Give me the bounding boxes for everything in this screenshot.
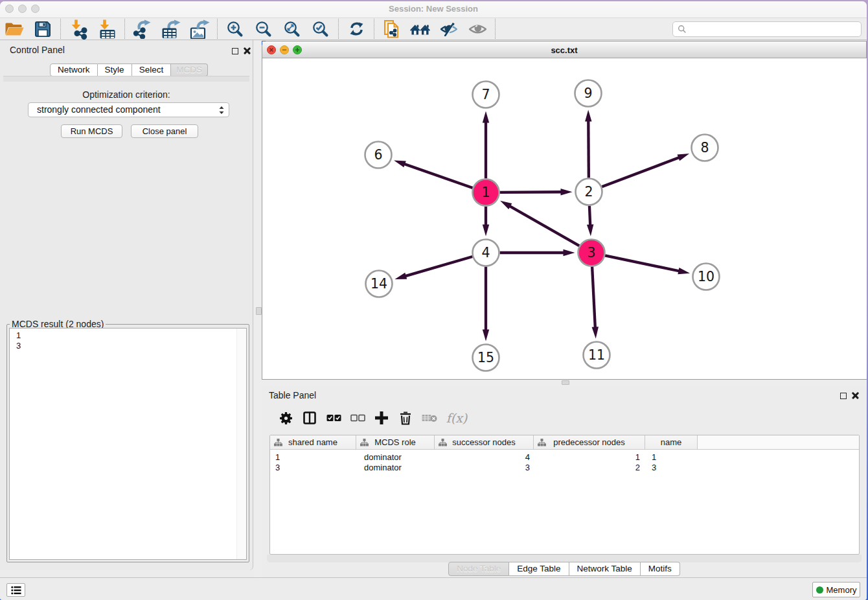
search-icon xyxy=(678,25,687,34)
settings-gear-button[interactable] xyxy=(278,410,293,426)
tab-network-table[interactable]: Network Table xyxy=(569,562,641,576)
zoom-selected-icon xyxy=(312,20,330,38)
tab-style[interactable]: Style xyxy=(98,63,132,76)
show-selected-button[interactable] xyxy=(463,18,492,40)
function-builder-button[interactable]: f(x) xyxy=(446,410,468,426)
zoom-in-icon xyxy=(226,20,244,38)
select-all-button[interactable] xyxy=(326,410,341,426)
search-box[interactable] xyxy=(672,21,862,37)
network-frame-titlebar[interactable]: scc.txt xyxy=(262,41,866,58)
zoom-out-button[interactable] xyxy=(249,18,278,40)
import-network-button[interactable] xyxy=(64,18,93,40)
deselect-all-icon xyxy=(350,414,365,422)
gear-icon xyxy=(279,411,293,425)
splitter-handle[interactable] xyxy=(562,380,569,385)
export-image-button[interactable] xyxy=(185,18,214,40)
graph-node-1[interactable]: 1 xyxy=(473,179,499,206)
table-row[interactable]: 1dominator411 xyxy=(270,452,859,463)
vertical-splitter[interactable] xyxy=(254,40,262,577)
graph-edge[interactable] xyxy=(483,267,489,341)
graph-node-10[interactable]: 10 xyxy=(693,264,720,290)
tab-network[interactable]: Network xyxy=(50,63,98,76)
hide-selected-button[interactable] xyxy=(435,18,463,40)
deselect-all-button[interactable] xyxy=(350,410,365,426)
graph-node-14[interactable]: 14 xyxy=(366,271,393,297)
column-header-MCDS-role[interactable]: MCDS role xyxy=(356,435,435,450)
graph-edge[interactable] xyxy=(499,189,572,195)
graph-edge[interactable] xyxy=(587,205,593,236)
graph-node-15[interactable]: 15 xyxy=(473,345,499,371)
graph-node-4[interactable]: 4 xyxy=(473,240,499,266)
graph-edge[interactable] xyxy=(394,257,472,279)
criterion-dropdown[interactable]: strongly connected component xyxy=(28,102,229,117)
svg-text:10: 10 xyxy=(698,269,714,284)
graph-edge[interactable] xyxy=(500,201,579,246)
tab-mcds[interactable]: MCDS xyxy=(171,63,208,76)
open-folder-button[interactable] xyxy=(0,18,29,40)
close-panel-icon[interactable] xyxy=(852,392,859,399)
graph-edge[interactable] xyxy=(602,154,689,187)
graph-edge[interactable] xyxy=(500,249,575,256)
search-input[interactable] xyxy=(687,25,861,34)
run-mcds-button[interactable]: Run MCDS xyxy=(61,124,122,138)
control-panel-title: Control Panel xyxy=(10,45,65,55)
column-header-predecessor-nodes[interactable]: predecessor nodes xyxy=(534,435,645,450)
network-canvas[interactable]: 7968124314101511 xyxy=(262,58,867,379)
svg-text:4: 4 xyxy=(481,245,490,260)
memory-button[interactable]: Memory xyxy=(812,582,860,597)
svg-text:11: 11 xyxy=(588,347,605,363)
graph-node-9[interactable]: 9 xyxy=(575,80,602,107)
zoom-in-button[interactable] xyxy=(221,18,249,40)
tab-motifs[interactable]: Motifs xyxy=(641,562,680,576)
graph-node-2[interactable]: 2 xyxy=(576,179,602,205)
graph-node-7[interactable]: 7 xyxy=(473,82,499,108)
column-header-shared-name[interactable]: shared name xyxy=(270,435,356,450)
select-all-icon xyxy=(326,414,341,422)
svg-text:1: 1 xyxy=(481,185,490,200)
svg-text:7: 7 xyxy=(481,87,490,102)
graph-node-3[interactable]: 3 xyxy=(578,240,605,266)
graph-node-6[interactable]: 6 xyxy=(365,142,392,168)
import-table-button[interactable] xyxy=(93,18,121,40)
column-header-name[interactable]: name xyxy=(645,435,698,450)
graph-edge[interactable] xyxy=(483,207,489,237)
table-row[interactable]: 3dominator323 xyxy=(270,463,859,473)
zoom-out-icon xyxy=(255,20,273,38)
tab-node-table[interactable]: Node Table xyxy=(448,562,509,576)
splitter-handle[interactable] xyxy=(256,307,262,315)
graph-edge[interactable] xyxy=(605,255,690,274)
network-graph[interactable]: 7968124314101511 xyxy=(262,58,867,379)
column-header-successor-nodes[interactable]: successor nodes xyxy=(435,435,534,450)
mcds-result-list[interactable]: 1 3 xyxy=(9,328,247,560)
tab-select[interactable]: Select xyxy=(132,63,172,76)
graph-edge[interactable] xyxy=(483,111,489,179)
main-toolbar xyxy=(0,17,867,40)
apply-layout-button[interactable] xyxy=(342,18,371,40)
save-session-button[interactable] xyxy=(29,18,57,40)
tab-edge-table[interactable]: Edge Table xyxy=(509,562,569,576)
add-column-button[interactable] xyxy=(374,410,389,426)
graph-node-8[interactable]: 8 xyxy=(692,135,718,161)
delete-table-button[interactable] xyxy=(422,410,437,426)
zoom-selected-button[interactable] xyxy=(306,18,335,40)
float-panel-icon[interactable] xyxy=(232,48,238,54)
export-network-button[interactable] xyxy=(128,18,157,40)
open-folder-icon xyxy=(5,21,24,37)
export-table-button[interactable] xyxy=(157,18,185,40)
split-panel-button[interactable] xyxy=(302,410,317,426)
task-history-button[interactable] xyxy=(6,583,25,597)
delete-column-button[interactable] xyxy=(398,410,413,426)
graph-edge[interactable] xyxy=(592,266,599,338)
copy-network-button[interactable] xyxy=(378,18,406,40)
close-panel-icon[interactable] xyxy=(244,47,251,54)
horizontal-splitter[interactable] xyxy=(262,380,867,386)
graph-edge[interactable] xyxy=(585,110,591,178)
zoom-fit-button[interactable] xyxy=(278,18,306,40)
float-panel-icon[interactable] xyxy=(840,393,847,399)
graph-node-11[interactable]: 11 xyxy=(584,342,610,369)
close-panel-button[interactable]: Close panel xyxy=(131,124,198,138)
toolbar-separator xyxy=(338,19,339,39)
show-all-networks-button[interactable] xyxy=(406,18,435,40)
graph-edge[interactable] xyxy=(394,160,473,187)
result-scrollbar[interactable] xyxy=(236,329,246,559)
